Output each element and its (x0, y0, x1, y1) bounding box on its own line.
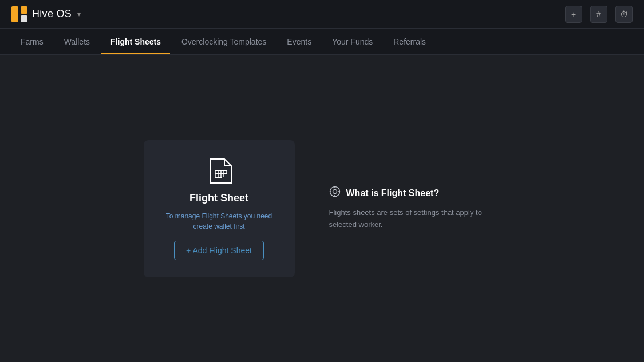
header-right: + # ⏱ (565, 6, 633, 23)
nav-item-referrals[interactable]: Referrals (384, 29, 435, 54)
add-button[interactable]: + (565, 6, 582, 23)
header: Hive OS ▾ + # ⏱ (0, 0, 644, 29)
card-title: Flight Sheet (189, 192, 248, 204)
nav-item-farms[interactable]: Farms (11, 29, 53, 54)
add-flight-sheet-button[interactable]: + Add Flight Sheet (174, 241, 264, 260)
clock-button[interactable]: ⏱ (615, 6, 633, 23)
logo-icon (11, 6, 27, 22)
brand-dropdown-icon[interactable]: ▾ (77, 10, 81, 18)
hash-button[interactable]: # (590, 6, 607, 23)
svg-rect-0 (11, 6, 18, 22)
nav: Farms Wallets Flight Sheets Overclocking… (0, 29, 644, 55)
svg-rect-1 (21, 6, 27, 14)
main-content: Flight Sheet To manage Flight Sheets you… (0, 55, 644, 362)
svg-rect-2 (21, 15, 27, 22)
nav-item-events[interactable]: Events (278, 29, 321, 54)
card-subtitle: To manage Flight Sheets you need create … (157, 211, 281, 232)
info-title: What is Flight Sheet? (329, 186, 501, 200)
header-left: Hive OS ▾ (11, 6, 81, 22)
nav-item-flight-sheets[interactable]: Flight Sheets (101, 29, 170, 54)
file-sheet-icon (205, 157, 234, 185)
info-title-text: What is Flight Sheet? (346, 188, 440, 198)
info-panel: What is Flight Sheet? Flights sheets are… (329, 186, 501, 231)
info-description: Flights sheets are sets of settings that… (329, 207, 501, 231)
search-clock-icon (329, 186, 341, 197)
svg-point-12 (333, 190, 337, 194)
svg-point-11 (330, 187, 339, 197)
nav-item-overclocking[interactable]: Overclocking Templates (172, 29, 275, 54)
flight-sheet-card: Flight Sheet To manage Flight Sheets you… (144, 140, 295, 277)
brand-name: Hive OS (32, 8, 72, 20)
nav-item-wallets[interactable]: Wallets (55, 29, 99, 54)
nav-item-your-funds[interactable]: Your Funds (323, 29, 382, 54)
info-icon (329, 186, 341, 200)
